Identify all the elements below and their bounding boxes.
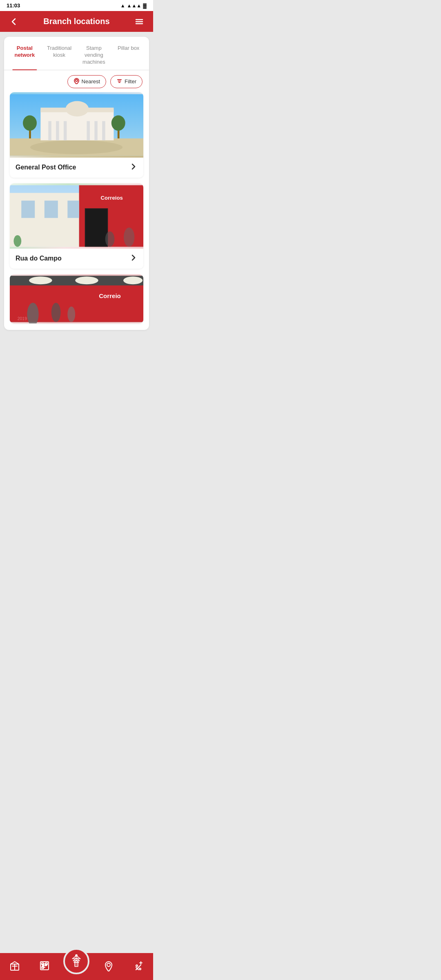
svg-rect-18 (94, 121, 98, 140)
arrow-icon-campo (129, 254, 138, 264)
menu-button[interactable] (133, 17, 146, 26)
svg-point-35 (124, 227, 134, 247)
filter-label: Filter (125, 78, 136, 85)
location-card-general-post-office[interactable]: General Post Office (10, 92, 143, 178)
svg-rect-17 (87, 121, 90, 140)
svg-point-47 (67, 307, 75, 322)
filter-button[interactable]: Filter (110, 75, 143, 88)
signal-icon: ▲▲▲ (127, 3, 142, 9)
svg-text:Correios: Correios (101, 195, 123, 201)
svg-rect-33 (67, 200, 79, 218)
tab-stamp-vending[interactable]: Stamp vending machines (77, 42, 111, 70)
main-card: Postal network Traditional kiosk Stamp v… (4, 37, 149, 330)
svg-point-41 (123, 276, 143, 284)
nearest-label: Nearest (82, 78, 100, 85)
svg-rect-14 (48, 121, 51, 140)
svg-rect-28 (86, 209, 107, 246)
nearest-button[interactable]: Nearest (67, 75, 107, 88)
svg-point-40 (75, 276, 98, 284)
location-name-general: General Post Office (16, 164, 76, 171)
app-header: Branch locations (0, 11, 153, 32)
nearest-icon (74, 78, 80, 85)
filter-icon (116, 78, 122, 85)
tab-postal-network[interactable]: Postal network (7, 42, 42, 70)
location-card-correlos-3[interactable]: Correio 2019 (10, 274, 143, 323)
location-card-rua-do-campo[interactable]: Correios Rua do Campo (10, 183, 143, 269)
svg-point-39 (29, 276, 52, 284)
svg-point-3 (76, 79, 78, 81)
filter-row: Nearest Filter (4, 70, 149, 92)
svg-rect-16 (64, 121, 67, 140)
svg-rect-15 (56, 121, 59, 140)
svg-point-36 (13, 235, 21, 247)
svg-rect-32 (45, 200, 58, 218)
battery-icon: ▓ (143, 3, 147, 9)
svg-rect-31 (21, 200, 35, 218)
svg-text:Correio: Correio (99, 292, 121, 299)
arrow-icon-general (129, 163, 138, 173)
wifi-icon: ▲ (120, 3, 125, 9)
svg-rect-19 (102, 121, 105, 140)
location-label-general: General Post Office (10, 158, 143, 178)
back-button[interactable] (7, 17, 20, 26)
svg-point-21 (23, 115, 37, 131)
svg-rect-13 (71, 105, 83, 111)
svg-point-23 (111, 115, 125, 131)
tab-pillar-box[interactable]: Pillar box (111, 42, 146, 70)
status-bar: 11:03 ▲ ▲▲▲ ▓ (0, 0, 153, 11)
location-list: General Post Office (4, 92, 149, 323)
tab-traditional-kiosk[interactable]: Traditional kiosk (42, 42, 77, 70)
location-label-campo: Rua do Campo (10, 249, 143, 269)
location-image-campo: Correios (10, 183, 143, 249)
svg-text:2019: 2019 (18, 316, 27, 321)
location-name-campo: Rua do Campo (16, 255, 62, 262)
tab-bar: Postal network Traditional kiosk Stamp v… (4, 42, 149, 70)
status-time: 11:03 (7, 2, 20, 9)
location-image-correlos3: Correio 2019 (10, 274, 143, 323)
svg-point-46 (51, 303, 61, 322)
page-title: Branch locations (20, 17, 133, 26)
status-icons: ▲ ▲▲▲ ▓ (120, 3, 147, 9)
location-image-general (10, 92, 143, 158)
svg-point-34 (105, 231, 115, 247)
svg-point-9 (30, 140, 122, 154)
